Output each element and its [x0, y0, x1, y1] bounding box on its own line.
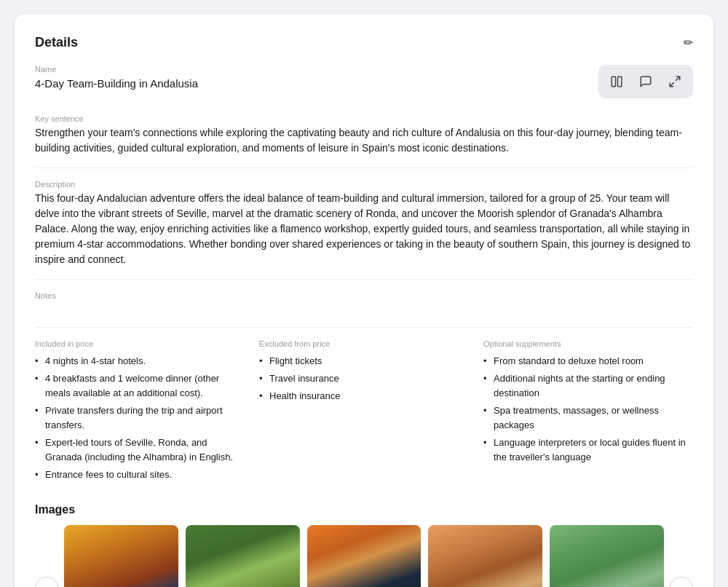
image-item-1: Credits Joaquin Nicolas Fernandez [186, 525, 300, 587]
excluded-list: Flight tickets Travel insurance Health i… [259, 354, 469, 403]
key-sentence-field: Key sentence Strengthen your team's conn… [35, 114, 693, 156]
list-item: 4 breakfasts and 1 welcome dinner (other… [35, 371, 245, 401]
name-label: Name [35, 65, 598, 74]
key-sentence-label: Key sentence [35, 114, 693, 123]
list-item: Spa treatments, massages, or wellness pa… [483, 403, 693, 433]
description-value: This four-day Andalucian adventure offer… [35, 191, 693, 267]
notes-label: Notes [35, 291, 693, 300]
list-item: Entrance fees to cultural sites. [35, 468, 245, 482]
card-header: Details ✏ [35, 35, 693, 50]
name-value: 4-Day Team-Building in Andalusia [35, 76, 598, 92]
optional-section: Optional supplements From standard to de… [483, 339, 693, 486]
svg-rect-0 [612, 76, 615, 87]
image-item-0: Credits jose luis burillo [64, 525, 178, 587]
included-section: Included in price 4 nights in 4-star hot… [35, 339, 245, 486]
svg-rect-1 [618, 76, 622, 87]
divider-3 [35, 327, 693, 328]
images-title: Images [35, 503, 693, 516]
included-label: Included in price [35, 339, 245, 348]
optional-label: Optional supplements [483, 339, 693, 348]
list-item: From standard to deluxe hotel room [483, 354, 693, 369]
price-columns: Included in price 4 nights in 4-star hot… [35, 339, 693, 486]
book-button[interactable] [604, 69, 629, 94]
images-section: Images ‹ Credits jose luis burillo Credi… [35, 503, 693, 587]
image-thumb-2 [307, 525, 422, 587]
optional-list: From standard to deluxe hotel room Addit… [483, 354, 693, 465]
details-card: Details ✏ Name 4-Day Team-Building in An… [15, 15, 713, 587]
edit-icon[interactable]: ✏ [684, 37, 693, 49]
carousel-next-button[interactable]: › [670, 577, 693, 587]
chat-button[interactable] [633, 69, 658, 94]
list-item: Language interpreters or local guides fl… [483, 436, 693, 465]
divider-2 [35, 279, 693, 280]
icon-buttons-group [598, 65, 693, 98]
svg-line-2 [676, 76, 680, 80]
name-field: Name 4-Day Team-Building in Andalusia [35, 65, 598, 92]
images-carousel: ‹ Credits jose luis burillo Credits Joaq… [35, 525, 693, 587]
list-item: 4 nights in 4-star hotels. [35, 354, 245, 369]
image-thumb-3 [428, 525, 542, 587]
carousel-track: Credits jose luis burillo Credits Joaqui… [64, 525, 664, 587]
name-row: Name 4-Day Team-Building in Andalusia [35, 65, 693, 104]
carousel-prev-button[interactable]: ‹ [35, 577, 58, 587]
notes-field: Notes [35, 291, 693, 315]
svg-line-3 [670, 83, 673, 87]
list-item: Expert-led tours of Seville, Ronda, and … [35, 436, 245, 465]
image-item-2: Credits Leanne (Beach Travel Wine Podcas… [307, 525, 422, 587]
included-list: 4 nights in 4-star hotels. 4 breakfasts … [35, 354, 245, 483]
page-title: Details [35, 35, 78, 50]
image-item-4: Credits jose gastardi [550, 525, 664, 587]
list-item: Private transfers during the trip and ai… [35, 403, 245, 433]
image-thumb-1 [186, 525, 300, 587]
description-field: Description This four-day Andalucian adv… [35, 180, 693, 267]
description-label: Description [35, 180, 693, 189]
list-item: Additional nights at the starting or end… [483, 371, 693, 401]
share-button[interactable] [662, 69, 687, 94]
image-item-3: Credits Drew [428, 525, 542, 587]
list-item: Flight tickets [259, 354, 469, 369]
notes-value [35, 302, 693, 315]
excluded-section: Excluded from price Flight tickets Trave… [259, 339, 469, 486]
excluded-label: Excluded from price [259, 339, 469, 348]
image-thumb-0 [64, 525, 178, 587]
image-thumb-4 [550, 525, 664, 587]
key-sentence-value: Strengthen your team's connections while… [35, 125, 693, 156]
divider-1 [35, 168, 693, 168]
list-item: Travel insurance [259, 371, 469, 386]
list-item: Health insurance [259, 389, 469, 403]
